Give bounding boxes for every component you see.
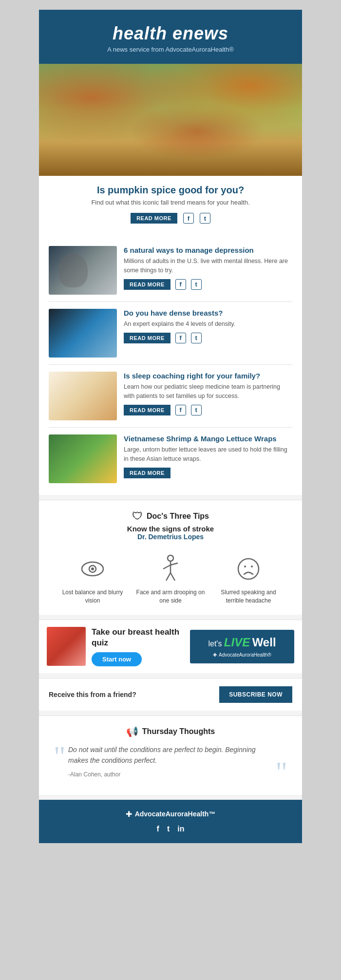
svg-point-9 xyxy=(238,559,259,579)
email-wrapper: health enews A news service from Advocat… xyxy=(39,10,302,843)
hero-facebook-icon[interactable]: f xyxy=(183,213,194,224)
quiz-photo xyxy=(47,627,86,666)
tips-doctor-name: Dr. Demetrius Lopes xyxy=(49,533,292,541)
hero-section: Is pumpkin spice good for you? Find out … xyxy=(39,176,302,234)
tips-know-signs: Know the signs of stroke xyxy=(49,525,292,533)
article-fb-3[interactable]: f xyxy=(175,405,186,415)
articles-section: 6 natural ways to manage depression Mill… xyxy=(39,234,302,495)
live-text: LIVE xyxy=(224,636,250,649)
article-row-1: 6 natural ways to manage depression Mill… xyxy=(49,239,292,302)
hero-leaves xyxy=(39,64,302,176)
subscribe-text: Receive this from a friend? xyxy=(49,691,136,698)
article-btn-row-1: READ MORE f t xyxy=(124,279,292,290)
open-quote-icon: " xyxy=(54,749,66,764)
article-content-4: Vietnamese Shrimp & Mango Lettuce Wraps … xyxy=(124,434,292,483)
quote-text: Do not wait until the conditions are per… xyxy=(68,744,273,766)
tips-icon: 🛡 xyxy=(132,510,143,523)
quiz-banner: Take our breast health quiz Start now le… xyxy=(39,620,302,673)
svg-line-8 xyxy=(170,573,175,581)
site-tagline: A news service from AdvocateAuroraHealth… xyxy=(49,46,292,53)
article-row-2: Do you have dense breasts? An expert exp… xyxy=(49,302,292,365)
live-well-cross-icon: ✚ xyxy=(213,652,217,658)
article-thumb-depression xyxy=(49,246,117,295)
article-content-2: Do you have dense breasts? An expert exp… xyxy=(124,309,292,358)
hero-twitter-icon[interactable]: t xyxy=(200,213,210,224)
footer-brand-name: AdvocateAuroraHealth™ xyxy=(135,810,216,818)
footer-brand-row: ✚ AdvocateAuroraHealth™ xyxy=(49,810,292,819)
tips-title: Doc's Three Tips xyxy=(147,512,209,521)
article-title-3: Is sleep coaching right for your family? xyxy=(124,372,292,380)
live-well-text: let's LIVE Well xyxy=(196,636,288,649)
tip-item-3: Slurred speaking and terrible headache xyxy=(209,554,287,605)
hero-read-more-button[interactable]: READ MORE xyxy=(131,213,177,224)
thu-header: 📢 Thursday Thoughts xyxy=(54,726,287,737)
article-body-3: Learn how our pediatric sleep medicine t… xyxy=(124,382,292,401)
live-well-brand: ✚ AdvocateAuroraHealth® xyxy=(196,652,288,658)
footer-linkedin-icon[interactable]: in xyxy=(177,825,184,833)
article-title-4: Vietnamese Shrimp & Mango Lettuce Wraps xyxy=(124,434,292,443)
article-thumb-shrimp xyxy=(49,434,117,483)
article-title-2: Do you have dense breasts? xyxy=(124,309,292,317)
footer-social: f t in xyxy=(49,825,292,833)
hero-btn-row: READ MORE f t xyxy=(58,206,283,231)
article-tw-1[interactable]: t xyxy=(191,279,202,290)
article-tw-3[interactable]: t xyxy=(191,405,202,415)
article-btn-row-2: READ MORE f t xyxy=(124,333,292,343)
svg-line-7 xyxy=(166,573,170,581)
article-fb-1[interactable]: f xyxy=(175,279,186,290)
tips-header: 🛡 Doc's Three Tips xyxy=(49,510,292,523)
close-quote-icon: " xyxy=(276,765,288,779)
tip-text-3: Slurred speaking and terrible headache xyxy=(213,588,284,605)
well-text: Well xyxy=(252,636,276,649)
svg-line-6 xyxy=(170,563,178,565)
footer: ✚ AdvocateAuroraHealth™ f t in xyxy=(39,800,302,843)
quiz-headline: Take our breast health quiz xyxy=(92,627,184,648)
live-well-brand-text: AdvocateAuroraHealth® xyxy=(219,652,271,658)
article-body-1: Millions of adults in the U.S. live with… xyxy=(124,257,292,275)
footer-facebook-icon[interactable]: f xyxy=(157,825,159,833)
article-read-more-3[interactable]: READ MORE xyxy=(124,405,170,415)
svg-point-2 xyxy=(91,567,94,570)
article-thumb-sleep xyxy=(49,372,117,420)
tip-item-1: Lost balance and blurry vision xyxy=(54,554,132,605)
subscribe-row: Receive this from a friend? SUBSCRIBE NO… xyxy=(39,678,302,711)
thursday-section: 📢 Thursday Thoughts " Do not wait until … xyxy=(39,716,302,795)
hero-image xyxy=(39,64,302,176)
svg-line-5 xyxy=(163,565,170,569)
tip-text-2: Face and arm drooping on one side xyxy=(135,588,206,605)
svg-point-3 xyxy=(168,555,173,561)
quiz-text-area: Take our breast health quiz Start now xyxy=(92,627,184,666)
article-title-1: 6 natural ways to manage depression xyxy=(124,246,292,254)
header: health enews A news service from Advocat… xyxy=(39,10,302,64)
docs-tips-section: 🛡 Doc's Three Tips Know the signs of str… xyxy=(39,500,302,615)
quote-block: " Do not wait until the conditions are p… xyxy=(54,744,287,779)
article-read-more-1[interactable]: READ MORE xyxy=(124,279,170,290)
article-fb-2[interactable]: f xyxy=(175,333,186,343)
article-read-more-2[interactable]: READ MORE xyxy=(124,333,170,343)
article-row-3: Is sleep coaching right for your family?… xyxy=(49,365,292,428)
article-content-3: Is sleep coaching right for your family?… xyxy=(124,372,292,420)
hero-headline: Is pumpkin spice good for you? xyxy=(58,185,283,196)
subscribe-button[interactable]: SUBSCRIBE NOW xyxy=(219,686,292,703)
quote-attribution: -Alan Cohen, author xyxy=(68,770,273,779)
lets-text: let's xyxy=(208,640,222,648)
article-content-1: 6 natural ways to manage depression Mill… xyxy=(124,246,292,295)
quiz-start-button[interactable]: Start now xyxy=(92,652,142,666)
person-drooping-icon xyxy=(156,554,185,584)
footer-cross-icon: ✚ xyxy=(126,810,132,819)
article-read-more-4[interactable]: READ MORE xyxy=(124,468,170,478)
tip-item-2: Face and arm drooping on one side xyxy=(132,554,209,605)
live-well-box: let's LIVE Well ✚ AdvocateAuroraHealth® xyxy=(190,630,294,663)
article-row-4: Vietnamese Shrimp & Mango Lettuce Wraps … xyxy=(49,428,292,490)
tip-text-1: Lost balance and blurry vision xyxy=(57,588,128,605)
article-body-4: Large, untorn butter lettuce leaves are … xyxy=(124,445,292,464)
article-tw-2[interactable]: t xyxy=(191,333,202,343)
footer-twitter-icon[interactable]: t xyxy=(167,825,170,833)
megaphone-icon: 📢 xyxy=(126,726,138,737)
article-btn-row-3: READ MORE f t xyxy=(124,405,292,415)
article-thumb-breast xyxy=(49,309,117,358)
article-body-2: An expert explains the 4 levels of densi… xyxy=(124,320,292,329)
article-btn-row-4: READ MORE xyxy=(124,468,292,478)
thu-title: Thursday Thoughts xyxy=(142,727,215,736)
eye-icon xyxy=(78,554,107,584)
